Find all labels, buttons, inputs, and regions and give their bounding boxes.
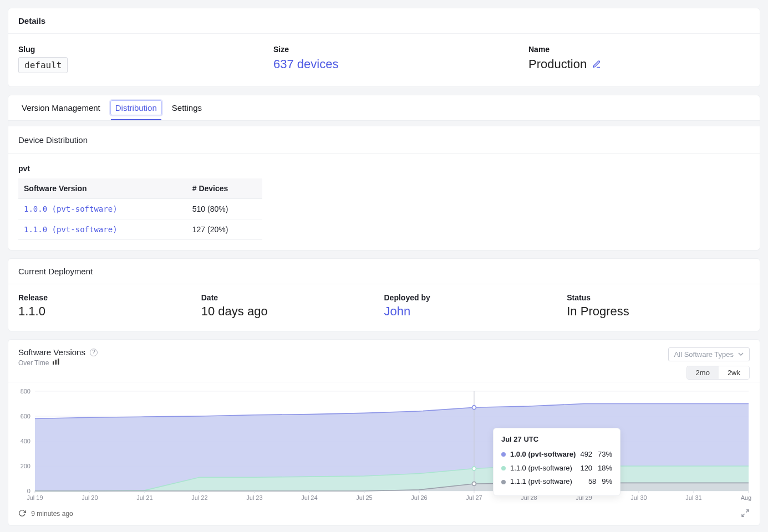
svg-text:Aug 1: Aug 1 (741, 494, 752, 501)
chart-subtitle: Over Time (18, 359, 49, 367)
svg-text:Jul 25: Jul 25 (356, 494, 372, 501)
distribution-group-label: pvt (18, 164, 750, 173)
status-value: In Progress (567, 304, 750, 319)
release-label: Release (18, 293, 201, 302)
tab-version-management[interactable]: Version Management (14, 95, 108, 120)
svg-text:Jul 24: Jul 24 (301, 494, 317, 501)
device-distribution-title: Device Distribution (8, 126, 760, 154)
col-num-devices: # Devices (187, 178, 262, 199)
range-2wk[interactable]: 2wk (719, 366, 749, 379)
field-size: Size 637 devices (273, 45, 506, 73)
svg-point-43 (472, 467, 476, 470)
svg-text:Jul 19: Jul 19 (27, 494, 43, 501)
deployed-by-value[interactable]: John (384, 304, 411, 318)
updated-left: 9 minutes ago (18, 509, 73, 518)
size-label: Size (273, 45, 506, 54)
date-value: 10 days ago (201, 304, 384, 319)
slug-value: default (18, 57, 68, 73)
svg-rect-2 (58, 359, 59, 365)
deploy-date: Date 10 days ago (201, 293, 384, 319)
svg-text:Jul 20: Jul 20 (82, 494, 98, 501)
tooltip-row: 1.1.0 (pvt-software)12018% (501, 462, 612, 475)
svg-text:800: 800 (21, 388, 30, 395)
svg-point-42 (472, 406, 476, 410)
size-value-link[interactable]: 637 devices (273, 57, 338, 71)
refresh-icon[interactable] (18, 509, 26, 517)
svg-text:Jul 21: Jul 21 (136, 494, 152, 501)
field-name: Name Production (528, 45, 750, 73)
chart-tooltip: Jul 27 UTC 1.0.0 (pvt-software)49273%1.1… (493, 428, 620, 496)
field-slug: Slug default (18, 45, 251, 73)
svg-text:Jul 30: Jul 30 (630, 494, 647, 501)
tab-bar: Version Management Distribution Settings (8, 95, 760, 121)
details-card: Details Slug default Size 637 devices Na… (8, 8, 760, 87)
chart-title: Software Versions (18, 347, 85, 357)
distribution-table: Software Version # Devices 1.0.0 (pvt-so… (18, 178, 262, 240)
help-icon[interactable]: ? (90, 349, 98, 356)
deploy-status: Status In Progress (567, 293, 750, 319)
svg-text:200: 200 (21, 463, 30, 469)
device-distribution-body: pvt Software Version # Devices 1.0.0 (pv… (8, 154, 760, 250)
status-label: Status (567, 293, 750, 302)
updated-text: 9 minutes ago (31, 510, 73, 518)
tab-settings[interactable]: Settings (164, 95, 210, 120)
svg-rect-0 (53, 361, 54, 365)
software-versions-chart-card: Software Versions ? Over Time All Softwa… (8, 339, 760, 526)
slug-label: Slug (18, 45, 251, 54)
devices-cell: 127 (20%) (187, 219, 262, 240)
svg-point-44 (472, 482, 476, 485)
svg-text:600: 600 (21, 413, 30, 420)
name-label: Name (528, 45, 750, 54)
release-value: 1.1.0 (18, 304, 201, 319)
date-label: Date (201, 293, 384, 302)
time-range-segmented: 2mo 2wk (686, 366, 750, 380)
tooltip-row: 1.0.0 (pvt-software)49273% (501, 448, 612, 462)
tab-distribution[interactable]: Distribution (110, 100, 162, 115)
version-link[interactable]: 1.0.0 (pvt-software) (24, 204, 118, 213)
current-deployment-card: Current Deployment Release 1.1.0 Date 10… (8, 258, 760, 331)
deployed-by-label: Deployed by (384, 293, 567, 302)
svg-text:Jul 26: Jul 26 (411, 494, 427, 501)
svg-text:400: 400 (21, 438, 30, 444)
range-2mo[interactable]: 2mo (687, 366, 719, 379)
svg-text:Jul 23: Jul 23 (246, 494, 262, 501)
svg-text:Jul 22: Jul 22 (191, 494, 207, 501)
tooltip-title: Jul 27 UTC (501, 435, 612, 443)
bar-chart-icon (52, 359, 60, 367)
details-title: Details (8, 8, 760, 34)
edit-name-icon[interactable] (592, 60, 601, 69)
software-type-dropdown[interactable]: All Software Types (668, 347, 750, 361)
version-link[interactable]: 1.1.0 (pvt-software) (24, 225, 118, 234)
current-deployment-title: Current Deployment (8, 259, 760, 284)
name-value: Production (528, 57, 587, 71)
svg-text:0: 0 (27, 488, 30, 494)
svg-rect-1 (55, 360, 57, 365)
tooltip-row: 1.1.1 (pvt-software)589% (501, 475, 612, 489)
svg-text:Jul 27: Jul 27 (466, 494, 482, 501)
expand-icon[interactable] (741, 509, 750, 518)
table-row: 1.1.0 (pvt-software) 127 (20%) (18, 219, 262, 240)
deploy-by: Deployed by John (384, 293, 567, 319)
col-software-version: Software Version (18, 178, 187, 199)
deploy-release: Release 1.1.0 (18, 293, 201, 319)
chevron-down-icon (738, 350, 744, 359)
table-row: 1.0.0 (pvt-software) 510 (80%) (18, 199, 262, 219)
svg-text:Jul 31: Jul 31 (685, 494, 701, 501)
dropdown-value: All Software Types (674, 350, 734, 359)
devices-cell: 510 (80%) (187, 199, 262, 219)
chart-area[interactable]: 0200400600800Jul 19Jul 20Jul 21Jul 22Jul… (16, 388, 752, 504)
